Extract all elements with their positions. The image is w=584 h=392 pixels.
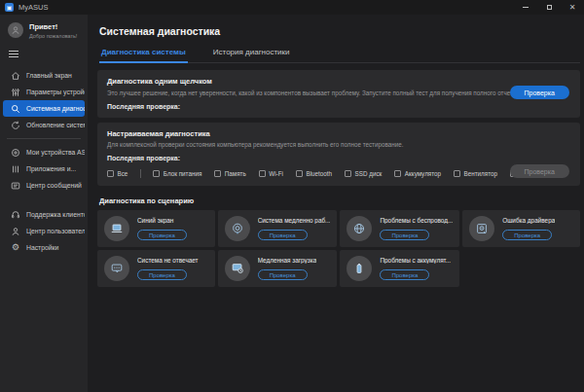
user-profile[interactable]: Привет! Добро пожаловать!	[0, 22, 88, 39]
card-system-not-responding: Система не отвечает Проверка	[97, 250, 215, 287]
apps-grid-icon	[11, 164, 20, 174]
card-slow-boot: Медленная загрузка Проверка	[218, 250, 338, 287]
sidebar-nav: Главный экран Параметры устройства Систе…	[0, 67, 88, 256]
sidebar-item-message-center[interactable]: Центр сообщений	[3, 177, 85, 194]
minimize-icon	[523, 7, 529, 8]
messages-icon	[11, 181, 20, 191]
checkbox-icon	[296, 170, 303, 177]
sidebar-item-settings[interactable]: ⚙ Настройки	[3, 239, 85, 256]
maximize-icon	[547, 5, 552, 10]
scenario-check-button[interactable]: Проверка	[502, 230, 552, 240]
devices-icon	[11, 148, 20, 158]
scenario-cards-grid: Синий экран Проверка Система медленно ра…	[97, 210, 580, 287]
sidebar-item-system-diagnostics[interactable]: Системная диагностика	[3, 100, 85, 117]
scenario-check-button[interactable]: Проверка	[258, 230, 308, 240]
sidebar-item-label: Параметры устройства	[26, 89, 85, 95]
scenario-check-button[interactable]: Проверка	[137, 269, 187, 280]
tab-bar: Диагностика системы История диагностики	[99, 48, 580, 63]
one-click-last-check-label: Последняя проверка:	[107, 103, 570, 110]
bluescreen-laptop-icon	[104, 216, 129, 241]
checkbox-icon	[107, 170, 114, 177]
window-controls: ✕	[514, 0, 584, 15]
support-headset-icon	[11, 210, 20, 220]
checkbox-battery[interactable]: Аккумулятор	[394, 170, 441, 177]
home-icon	[11, 71, 20, 81]
checkbox-all[interactable]: Все	[107, 170, 128, 177]
checkbox-icon	[454, 170, 460, 177]
custom-diagnostics-panel: Настраиваемая диагностика Для комплексно…	[97, 123, 580, 187]
sidebar-item-label: Главный экран	[26, 72, 72, 79]
tab-system-diagnostics[interactable]: Диагностика системы	[99, 48, 188, 63]
system-update-icon	[11, 121, 20, 130]
scenario-section-title: Диагностика по сценарию	[99, 196, 580, 205]
sidebar-item-label: Системная диагностика	[26, 105, 85, 112]
sidebar-item-system-update[interactable]: Обновление системы	[3, 117, 85, 133]
close-button[interactable]: ✕	[561, 0, 584, 15]
page-title: Системная диагностика	[99, 25, 580, 37]
sidebar: Привет! Добро пожаловать! Главный экран …	[0, 15, 88, 392]
close-icon: ✕	[569, 3, 576, 12]
sidebar-item-label: Приложения и...	[26, 165, 76, 172]
one-click-diagnostics-panel: Диагностика одним щелчком Это лучшее реш…	[97, 70, 580, 118]
sliders-icon	[11, 88, 20, 97]
checkbox-icon	[394, 170, 401, 177]
sidebar-item-device-settings[interactable]: Параметры устройства	[3, 84, 85, 100]
sidebar-item-customer-support[interactable]: Поддержка клиентов	[3, 206, 85, 223]
checkbox-power-supply[interactable]: Блок питания	[153, 170, 201, 177]
minimize-button[interactable]	[514, 0, 537, 15]
card-blue-screen: Синий экран Проверка	[97, 210, 215, 247]
sidebar-item-label: Поддержка клиентов	[26, 211, 85, 218]
diagnostics-search-icon	[11, 104, 20, 114]
one-click-check-button[interactable]: Проверка	[510, 86, 569, 99]
checkbox-icon	[345, 170, 351, 177]
sidebar-item-label: Обновление системы	[26, 122, 85, 128]
scenario-check-button[interactable]: Проверка	[380, 230, 429, 240]
wireless-globe-icon	[347, 216, 372, 241]
checkbox-icon	[259, 170, 266, 177]
maximize-button[interactable]	[537, 0, 561, 15]
user-icon	[11, 227, 20, 236]
window-title: MyASUS	[18, 3, 48, 12]
driver-error-icon	[469, 216, 494, 241]
welcome-text: Добро пожаловать!	[29, 33, 77, 39]
checkbox-memory[interactable]: Память	[214, 170, 245, 177]
checkbox-icon	[153, 170, 160, 177]
sidebar-item-label: Настройки	[26, 244, 58, 251]
component-checkbox-row: Все Блок питания Память Wi-Fi Bluet	[107, 169, 570, 178]
settings-gear-icon: ⚙	[11, 243, 20, 253]
checkbox-wifi[interactable]: Wi-Fi	[259, 170, 283, 177]
scenario-check-button[interactable]: Проверка	[380, 269, 429, 280]
sidebar-item-user-center[interactable]: Центр пользователя	[3, 223, 85, 239]
checkbox-fan[interactable]: Вентилятор	[454, 170, 497, 177]
sidebar-item-apps[interactable]: Приложения и...	[3, 160, 85, 177]
sidebar-item-my-devices[interactable]: Мои устройства ASUS	[3, 144, 85, 160]
scenario-check-button[interactable]: Проверка	[258, 269, 308, 280]
checkbox-icon	[214, 170, 221, 177]
menu-toggle-button[interactable]	[9, 49, 18, 59]
one-click-description: Это лучшее решение, когда нет уверенност…	[107, 89, 526, 96]
checkbox-ssd[interactable]: SSD диск	[345, 170, 382, 177]
not-responding-bubble-icon	[104, 256, 129, 281]
tab-diagnostics-history[interactable]: История диагностики	[211, 48, 292, 62]
window-titlebar: ▣ MyASUS ✕	[0, 0, 584, 15]
checkbox-separator	[140, 169, 141, 178]
custom-title: Настраиваемая диагностика	[107, 129, 570, 138]
myasus-logo-icon: ▣	[5, 3, 14, 12]
custom-check-button[interactable]: Проверка	[510, 164, 569, 178]
greeting-text: Привет!	[29, 22, 77, 31]
sidebar-divider	[7, 138, 81, 139]
card-battery-problems: Проблемы с аккумулят... Проверка	[340, 250, 459, 287]
sidebar-item-home[interactable]: Главный экран	[3, 67, 85, 84]
avatar	[8, 22, 23, 38]
sidebar-item-label: Центр сообщений	[26, 182, 82, 189]
checkbox-bluetooth[interactable]: Bluetooth	[296, 170, 332, 177]
scenario-check-button[interactable]: Проверка	[137, 230, 187, 240]
sidebar-item-label: Мои устройства ASUS	[26, 149, 85, 156]
card-driver-error: Ошибка драйвера Проверка	[462, 210, 580, 247]
battery-icon	[347, 256, 372, 281]
card-wireless-problems: Проблемы с беспровод... Проверка	[340, 210, 459, 247]
sidebar-item-label: Центр пользователя	[26, 228, 85, 234]
main-content: Системная диагностика Диагностика систем…	[88, 15, 584, 392]
custom-last-check-label: Последняя проверка:	[107, 155, 570, 161]
slow-boot-clock-icon	[225, 256, 250, 281]
